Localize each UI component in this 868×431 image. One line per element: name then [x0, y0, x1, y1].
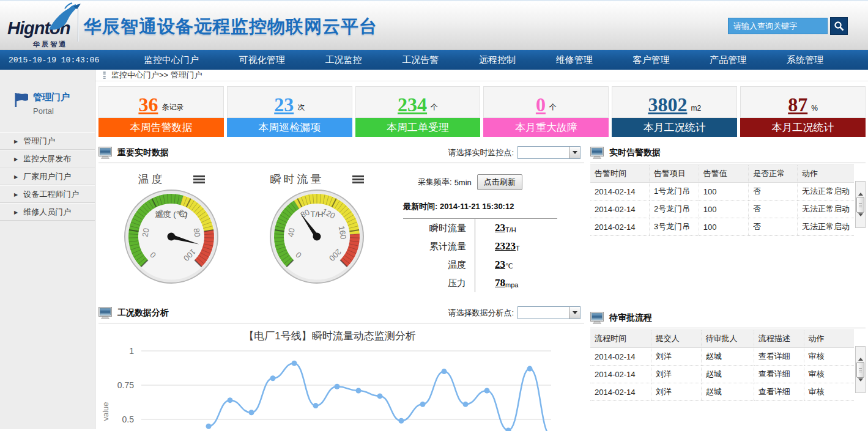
data-cell: 100: [699, 218, 749, 236]
gauges-row: 温度 020406080100温度 (℃) 瞬时流量 0408012016020…: [98, 163, 584, 300]
table-header-row: 告警时间告警项目告警值是否正常动作: [590, 165, 854, 183]
realtime-point-select[interactable]: [517, 146, 581, 159]
flag-icon: [13, 92, 29, 108]
table-row-2: 2014-02-14刘洋赵城查看详细审核: [590, 383, 854, 401]
stat-unit: 个: [549, 102, 557, 114]
select-dropdown-button[interactable]: [569, 307, 580, 319]
sidebar-item-2[interactable]: 厂家用户门户: [0, 168, 95, 185]
arrow-up-icon: [858, 183, 863, 196]
svg-text:80: 80: [191, 227, 202, 238]
stat-card-1[interactable]: 23次本周巡检漏项: [227, 86, 352, 137]
data-cell: 2014-02-14: [590, 218, 649, 236]
scrollbar[interactable]: [855, 346, 866, 393]
monitor-icon: [98, 147, 113, 159]
nav-item-3[interactable]: 工况告警: [402, 54, 439, 66]
nav-item-0[interactable]: 监控中心门户: [144, 54, 199, 66]
stat-unit: 个: [431, 102, 438, 114]
gauge-menu-icon[interactable]: [193, 175, 205, 183]
stat-number: 23: [274, 95, 294, 114]
sidebar-item-0[interactable]: 管理门户: [0, 132, 95, 150]
nav-item-7[interactable]: 产品管理: [710, 54, 746, 66]
gauge-title: 温度: [138, 172, 165, 186]
stat-card-0[interactable]: 36条记录本周告警数据: [98, 86, 224, 137]
right-panel: 实时告警数据 告警时间告警项目告警值是否正常动作2014-02-141号龙门吊1…: [590, 142, 866, 431]
search-input[interactable]: [728, 18, 828, 34]
stat-unit: 次: [297, 102, 305, 114]
flow-gauge-block: 瞬时流量 04080120160200T/H: [244, 164, 390, 300]
logo-divider: [78, 9, 78, 42]
sidebar-item-3[interactable]: 设备工程师门户: [0, 185, 95, 203]
logo[interactable]: Hignton 华辰智通: [7, 4, 82, 49]
reading-label: 瞬时流量: [403, 223, 466, 234]
gauge-menu-icon[interactable]: [352, 175, 364, 183]
sidebar-item-1[interactable]: 监控大屏发布: [0, 150, 95, 168]
select-dropdown-button[interactable]: [569, 147, 580, 158]
section-title: 工况数据分析: [117, 308, 169, 319]
main-nav: 2015-10-19 10:43:06 监控中心门户可视化管理工况监控工况告警远…: [0, 50, 868, 70]
reading-row-3: 压力78mpa: [403, 274, 557, 292]
data-cell: 2号龙门吊: [649, 201, 699, 218]
readings-panel: 采集频率: 5min 点击刷新 最新时间: 2014-11-21 15:30:1…: [403, 164, 563, 300]
reading-number: 23: [495, 259, 505, 271]
section-title: 重要实时数据: [117, 147, 169, 158]
scroll-up-button[interactable]: [858, 348, 863, 358]
arrow-up-icon: [858, 348, 863, 361]
search-button[interactable]: [830, 17, 848, 35]
reading-unit: mpa: [505, 281, 518, 289]
stat-label[interactable]: 本周巡检漏项: [227, 118, 352, 137]
sidebar-item-4[interactable]: 维修人员门户: [0, 203, 95, 221]
nav-item-1[interactable]: 可视化管理: [239, 54, 285, 66]
antelope-logo-icon: [46, 2, 82, 31]
analysis-line-chart: 10.750.5value: [98, 343, 561, 431]
svg-text:0.75: 0.75: [117, 380, 134, 390]
scroll-down-button[interactable]: [858, 381, 863, 391]
breadcrumb: 监控中心门户>> 管理门户: [95, 70, 868, 81]
reading-row-2: 温度23℃: [403, 256, 557, 274]
action-cell[interactable]: 审核: [804, 383, 854, 401]
latest-time-label: 最新时间:: [403, 202, 437, 211]
analysis-point-select[interactable]: [517, 306, 581, 319]
nav-item-4[interactable]: 远程控制: [479, 54, 516, 66]
stat-card-5[interactable]: 87%本月工况统计: [740, 86, 866, 137]
stat-card-3[interactable]: 0个本月重大故障: [483, 86, 609, 137]
data-cell: 3号龙门吊: [649, 218, 699, 236]
nav-item-5[interactable]: 维修管理: [556, 54, 593, 66]
action-cell[interactable]: 查看详细: [754, 348, 804, 366]
stat-label[interactable]: 本周工单受理: [355, 118, 481, 137]
action-cell[interactable]: 查看详细: [754, 383, 804, 401]
table-header-row: 流程时间提交人待审批人流程描述动作: [590, 330, 854, 348]
table-row-2: 2014-02-143号龙门吊100否无法正常启动: [590, 218, 854, 236]
data-cell: 否: [749, 183, 798, 201]
stat-label[interactable]: 本月工况统计: [740, 118, 866, 137]
svg-text:value: value: [101, 402, 110, 421]
stat-card-2[interactable]: 234个本周工单受理: [355, 86, 481, 137]
stat-label[interactable]: 本月重大故障: [483, 118, 609, 137]
scrollbar[interactable]: [855, 181, 866, 228]
refresh-button[interactable]: 点击刷新: [477, 174, 522, 190]
monitor-icon: [98, 307, 113, 319]
nav-item-8[interactable]: 系统管理: [787, 54, 823, 66]
data-cell: 无法正常启动: [797, 183, 854, 201]
nav-item-2[interactable]: 工况监控: [325, 54, 362, 66]
stat-label[interactable]: 本月工况统计: [612, 118, 737, 137]
data-cell: 否: [749, 201, 798, 218]
monitor-icon: [590, 312, 604, 324]
action-cell[interactable]: 审核: [804, 348, 854, 366]
scroll-down-button[interactable]: [858, 216, 863, 226]
stat-card-4[interactable]: 3802m2本月工况统计: [612, 86, 737, 137]
action-cell[interactable]: 审核: [804, 366, 854, 383]
scroll-up-button[interactable]: [858, 183, 863, 193]
reading-value: 78mpa: [475, 274, 518, 292]
action-cell[interactable]: 查看详细: [754, 366, 804, 383]
scroll-thumb[interactable]: [856, 362, 864, 378]
portal-subtitle: Portal: [33, 106, 95, 116]
nav-timestamp: 2015-10-19 10:43:06: [9, 56, 124, 65]
temperature-gauge: 020406080100温度 (℃): [124, 189, 219, 284]
freq-value: 5min: [454, 178, 472, 187]
reading-number: 23: [495, 222, 505, 234]
scroll-thumb[interactable]: [856, 197, 864, 213]
stat-label[interactable]: 本周告警数据: [98, 118, 224, 137]
nav-item-6[interactable]: 客户管理: [632, 54, 669, 66]
stat-value-area: 3802m2: [612, 86, 737, 118]
sidebar: 管理门户 Portal 管理门户监控大屏发布厂家用户门户设备工程师门户维修人员门…: [0, 70, 95, 429]
